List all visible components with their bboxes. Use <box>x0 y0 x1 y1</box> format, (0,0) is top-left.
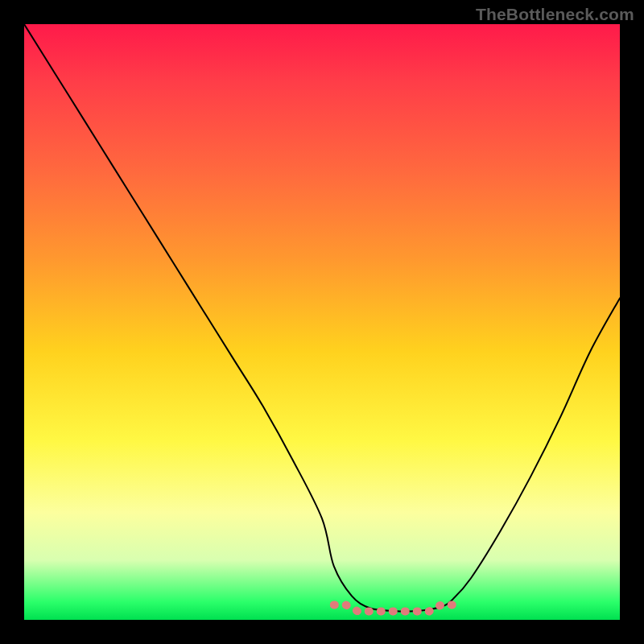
curve-layer <box>24 24 620 620</box>
watermark-text: TheBottleneck.com <box>476 5 634 24</box>
chart-canvas: TheBottleneck.com <box>0 0 644 644</box>
bottleneck-curve <box>24 24 620 611</box>
plot-area <box>24 24 620 620</box>
